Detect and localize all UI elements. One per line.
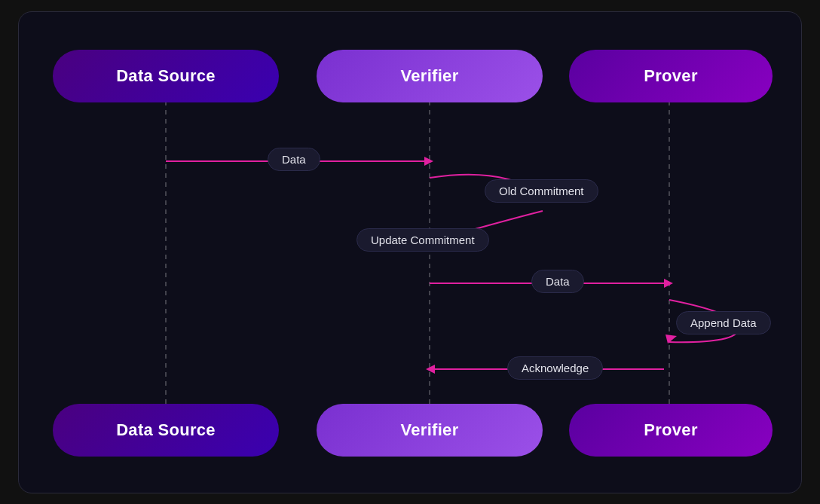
append-data-label: Append Data [690, 316, 757, 329]
update-commitment-bubble: Update Commitment [356, 228, 489, 252]
data2-bubble: Data [531, 270, 584, 293]
verifier-top-node: Verifier [317, 50, 543, 102]
data2-label: Data [546, 275, 570, 288]
datasource-top-label: Data Source [116, 66, 216, 86]
svg-marker-8 [664, 279, 673, 288]
update-commitment-label: Update Commitment [371, 234, 475, 246]
acknowledge-bubble: Acknowledge [507, 356, 603, 380]
data1-bubble: Data [268, 148, 320, 171]
verifier-bottom-label: Verifier [400, 420, 458, 440]
data1-label: Data [282, 153, 306, 166]
prover-top-label: Prover [644, 66, 698, 86]
svg-marker-9 [665, 334, 677, 344]
prover-bottom-label: Prover [644, 420, 698, 440]
datasource-top-node: Data Source [53, 50, 279, 102]
append-data-bubble: Append Data [676, 311, 771, 334]
acknowledge-label: Acknowledge [522, 362, 589, 374]
verifier-bottom-node: Verifier [317, 404, 543, 457]
svg-marker-11 [426, 365, 435, 374]
svg-marker-4 [424, 157, 433, 166]
old-commitment-label: Old Commitment [499, 185, 584, 197]
datasource-bottom-label: Data Source [116, 420, 216, 440]
old-commitment-bubble: Old Commitment [485, 179, 598, 203]
datasource-bottom-node: Data Source [53, 404, 279, 457]
prover-bottom-node: Prover [569, 404, 773, 457]
diagram-container: Data Source Verifier Prover Data Source … [18, 11, 802, 493]
verifier-top-label: Verifier [400, 66, 458, 86]
prover-top-node: Prover [569, 50, 773, 102]
